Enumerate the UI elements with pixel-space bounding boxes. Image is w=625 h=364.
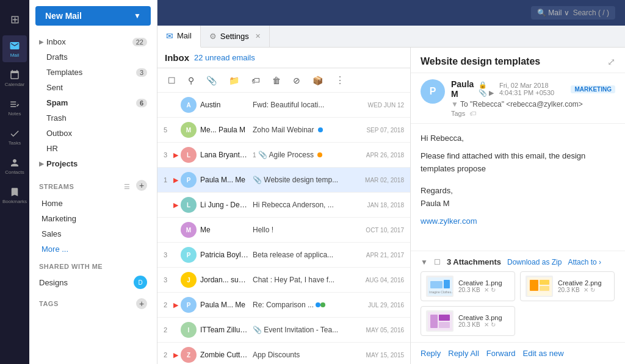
tags-add-btn[interactable]: + xyxy=(136,298,147,309)
sidebar-item-trash[interactable]: Trash xyxy=(29,110,157,126)
attachment-filter-btn[interactable]: 📎 xyxy=(202,73,221,88)
email-date: MAY 15, 2015 xyxy=(366,352,404,359)
email-row[interactable]: 3 P Patricia Boyle... Me Beta release of… xyxy=(157,243,410,268)
nav-contacts[interactable]: Contacts xyxy=(2,152,27,179)
attachment-size: 20.3 KB ✕ ↻ xyxy=(458,321,510,328)
nav-bookmarks[interactable]: Bookmarks xyxy=(2,182,27,209)
email-sender: ITTeam Zillum... Me xyxy=(200,326,249,334)
sidebar-item-projects[interactable]: ▶ Projects xyxy=(29,156,157,171)
email-row[interactable]: 3 J Jordan... support@z... Chat : Hey Pa… xyxy=(157,268,410,293)
archive-btn[interactable]: 📦 xyxy=(308,73,327,88)
avatar: M xyxy=(181,222,197,238)
reply-all-button[interactable]: Reply All xyxy=(448,349,479,358)
attach-to-btn[interactable]: Attach to › xyxy=(568,258,601,266)
body-regards: Regards, xyxy=(421,185,615,198)
select-all-btn[interactable]: ☐ xyxy=(164,73,180,88)
nav-calendar[interactable]: Calendar xyxy=(2,65,27,91)
sidebar-item-outbox[interactable]: Outbox xyxy=(29,126,157,141)
sidebar-item-spam[interactable]: Spam 6 xyxy=(29,95,157,110)
attachment-size: 20.3 KB ✕ ↻ xyxy=(458,287,510,293)
email-subject: Re: Comparison ... xyxy=(249,301,368,309)
email-row[interactable]: M Me Hello ! OCT 10, 2017 xyxy=(157,218,410,243)
sidebar-item-drafts[interactable]: Drafts xyxy=(29,49,157,65)
sidebar-item-marketing[interactable]: Marketing xyxy=(29,211,157,226)
tab-settings[interactable]: ⚙ Settings ✕ xyxy=(201,26,270,48)
designs-avatar: D xyxy=(134,276,147,289)
detail-meta: P Paula M 🔒 📎 ▶ Fri, 02 Mar 2018 4:04:31… xyxy=(411,73,625,124)
email-row[interactable]: 2 I ITTeam Zillum... Me 📎 Event Invitati… xyxy=(157,318,410,343)
attachments-header: ▼ ☐ 3 Attachments Download as Zip Attach… xyxy=(421,257,615,266)
attachment-name: Creative 3.png xyxy=(458,314,510,321)
sidebar: New Mail ▼ ▶ Inbox 22 Drafts Templates 3… xyxy=(29,0,157,364)
top-bar: 🔍 Mail ∨ Search ( / ) xyxy=(157,0,625,26)
settings-tab-close[interactable]: ✕ xyxy=(255,32,261,40)
email-sender: Austin xyxy=(200,101,249,109)
attachment-info: Creative 2.png 20.3 KB ✕ ↻ xyxy=(558,279,609,293)
folder-btn[interactable]: 📁 xyxy=(225,73,244,88)
email-row[interactable]: 1 ▶ P Paula M... Me 📎 Website design tem… xyxy=(157,168,410,193)
inbox-title: Inbox xyxy=(165,52,189,63)
attachment-card[interactable]: Creative 3.png 20.3 KB ✕ ↻ xyxy=(421,306,515,336)
streams-settings-btn[interactable]: ☰ xyxy=(120,180,134,193)
detail-header: Website design templates ⤢ xyxy=(411,48,625,73)
email-sender: Me xyxy=(200,226,249,234)
attachment-card[interactable]: Imagine Clothes As Creative 1.png 20.3 K… xyxy=(421,271,515,301)
email-row[interactable]: 3 ▶ L Lana Bryante... Me 1 📎 Agile Proce… xyxy=(157,143,410,168)
nav-apps[interactable]: ⊞ xyxy=(2,6,27,33)
sidebar-item-designs[interactable]: Designs D xyxy=(29,273,157,292)
svg-rect-7 xyxy=(540,280,549,285)
nav-calendar-label: Calendar xyxy=(5,82,24,87)
svg-rect-6 xyxy=(530,280,538,291)
detail-body: Hi Rebecca, Please find attached with th… xyxy=(411,124,625,251)
attachments-count: 3 Attachments xyxy=(447,257,501,266)
edit-as-new-button[interactable]: Edit as new xyxy=(523,349,564,358)
email-list-items: A Austin Fwd: Beautiful locati... WED JU… xyxy=(157,93,410,364)
tab-mail[interactable]: ✉ Mail xyxy=(157,26,201,48)
email-row[interactable]: A Austin Fwd: Beautiful locati... WED JU… xyxy=(157,93,410,118)
svg-rect-11 xyxy=(439,315,450,321)
filter-btn[interactable]: ⚲ xyxy=(184,73,198,88)
email-sender: Zombie Cutters... le... xyxy=(200,351,249,359)
nav-notes[interactable]: Notes xyxy=(2,94,27,121)
search-bar[interactable]: 🔍 Mail ∨ Search ( / ) xyxy=(531,6,615,20)
email-row[interactable]: 2 ▶ P Paula M... Me Re: Comparison ... J… xyxy=(157,293,410,318)
block-btn[interactable]: ⊘ xyxy=(289,73,305,88)
new-mail-button[interactable]: New Mail ▼ xyxy=(35,6,151,26)
sidebar-item-sent[interactable]: Sent xyxy=(29,80,157,95)
svg-text:Imagine Clothes As: Imagine Clothes As xyxy=(429,290,452,294)
nav-mail[interactable]: Mail xyxy=(2,35,27,62)
forward-button[interactable]: Forward xyxy=(486,349,516,358)
sidebar-item-sales[interactable]: Sales xyxy=(29,226,157,241)
sidebar-item-hr[interactable]: HR xyxy=(29,141,157,156)
sidebar-item-inbox[interactable]: ▶ Inbox 22 xyxy=(29,34,157,49)
email-date: AUG 04, 2016 xyxy=(366,277,404,284)
email-date: MAY 05, 2016 xyxy=(366,327,404,334)
unread-badge: 22 unread emails xyxy=(194,53,255,62)
attachment-thumb xyxy=(526,276,553,297)
email-row[interactable]: 2 ▶ Z Zombie Cutters... le... App Discou… xyxy=(157,343,410,364)
email-row[interactable]: 5 M Me... Paula M Zoho Mail Webinar SEP … xyxy=(157,118,410,143)
left-nav: ⊞ Mail Calendar Notes Tasks Contacts Boo… xyxy=(0,0,29,364)
tags-section-title: TAGS + xyxy=(29,292,157,312)
streams-add-btn[interactable]: + xyxy=(136,180,147,191)
detail-expand-btn[interactable]: ⤢ xyxy=(607,56,615,68)
avatar: J xyxy=(181,272,197,288)
expand-attachments[interactable]: ▼ xyxy=(421,258,428,266)
avatar: Z xyxy=(181,347,197,363)
settings-tab-label: Settings xyxy=(220,32,249,41)
sidebar-item-home[interactable]: Home xyxy=(29,196,157,211)
delete-btn[interactable]: 🗑 xyxy=(268,73,285,88)
sidebar-item-templates[interactable]: Templates 3 xyxy=(29,65,157,80)
avatar: P xyxy=(181,172,197,188)
reply-button[interactable]: Reply xyxy=(421,349,441,358)
email-row[interactable]: ▶ L Li Jung - Developer Hi Rebecca Ander… xyxy=(157,193,410,218)
svg-rect-10 xyxy=(430,315,438,328)
more-options-btn[interactable]: ⋮ xyxy=(331,72,349,88)
nav-tasks[interactable]: Tasks xyxy=(2,123,27,150)
email-date: APR 26, 2018 xyxy=(366,152,404,159)
tag-btn[interactable]: 🏷 xyxy=(247,73,264,88)
download-zip-btn[interactable]: Download as Zip xyxy=(507,258,562,266)
attachment-card[interactable]: Creative 2.png 20.3 KB ✕ ↻ xyxy=(520,271,615,301)
avatar: L xyxy=(181,197,197,213)
sidebar-item-more[interactable]: More ... xyxy=(29,241,157,257)
